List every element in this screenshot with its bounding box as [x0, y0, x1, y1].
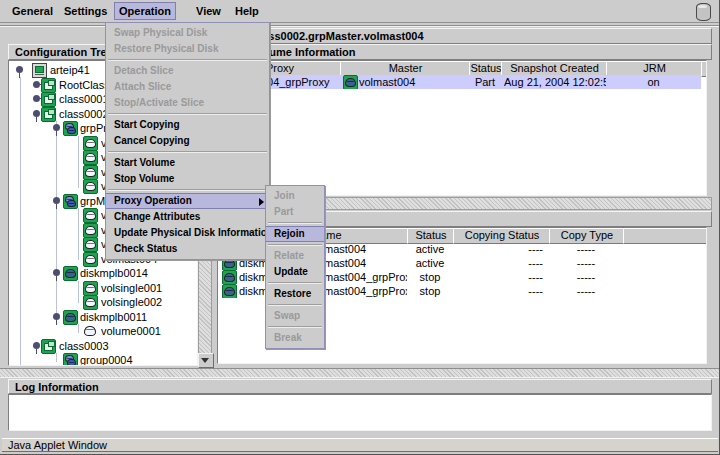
- cylinder-icon: [85, 153, 96, 162]
- collapse-handle-icon[interactable]: [33, 110, 40, 117]
- volume-icon: [83, 165, 98, 180]
- tree-node-diskmplb0014[interactable]: diskmplb0014: [9, 266, 197, 280]
- volume-icon: [83, 150, 98, 165]
- cylinder-icon: [85, 255, 96, 264]
- collapse-handle-icon[interactable]: [53, 269, 60, 276]
- scroll-down-button[interactable]: [198, 353, 214, 368]
- submenu-item-break[interactable]: Break: [266, 330, 324, 346]
- menu-item-stop-volume[interactable]: Stop Volume: [106, 171, 269, 187]
- collapse-handle-icon[interactable]: [16, 66, 23, 73]
- class-icon: [41, 78, 56, 93]
- submenu-item-update[interactable]: Update: [266, 264, 324, 280]
- volume-icon: [83, 237, 98, 252]
- log-information-title: Log Information: [15, 381, 99, 393]
- menu-item-attach-slice[interactable]: Attach Slice: [106, 79, 269, 95]
- selected-object-path: class0002.grpMaster.volmast004: [253, 30, 424, 42]
- cell-copying-status: ----: [453, 270, 543, 284]
- menu-settings[interactable]: Settings: [60, 3, 111, 19]
- tree-node-volsingle002[interactable]: volsingle002: [9, 295, 197, 309]
- menu-item-update-physical-disk-information[interactable]: Update Physical Disk Information: [106, 225, 269, 241]
- class-icon: [41, 107, 56, 122]
- operation-menu-popup: Swap Physical DiskRestore Physical DiskD…: [105, 22, 270, 260]
- cylinder-icon: [85, 182, 96, 191]
- submenu-item-part[interactable]: Part: [266, 204, 324, 220]
- tree-node-class0003[interactable]: class0003: [9, 339, 197, 353]
- tree-node-label: diskmplb0011: [80, 310, 147, 324]
- class-icon: [41, 92, 56, 107]
- group-icon: [63, 194, 78, 209]
- group-icon: [63, 353, 78, 366]
- host-icon: [32, 63, 47, 78]
- menu-view[interactable]: View: [192, 3, 225, 19]
- menu-item-check-status[interactable]: Check Status: [106, 241, 269, 257]
- menu-item-proxy-operation[interactable]: Proxy Operation: [106, 193, 269, 209]
- submenu-item-relate[interactable]: Relate: [266, 248, 324, 264]
- cell-master-label: volmast004: [359, 75, 415, 89]
- expand-handle-icon[interactable]: [33, 95, 40, 102]
- cell-copying-status: ----: [453, 242, 543, 256]
- cell-copying-status: ----: [453, 256, 543, 270]
- menu-general[interactable]: General: [8, 3, 57, 19]
- menu-item-swap-physical-disk[interactable]: Swap Physical Disk: [106, 25, 269, 41]
- class-icon: [41, 339, 56, 354]
- cylinder-icon: [85, 298, 96, 307]
- cell-status: stop: [407, 284, 453, 298]
- cell-status: active: [407, 256, 453, 270]
- collapse-handle-icon[interactable]: [33, 342, 40, 349]
- disk-cylinder-icon: [696, 3, 711, 21]
- expand-handle-icon[interactable]: [33, 81, 40, 88]
- menu-item-stop-activate-slice[interactable]: Stop/Activate Slice: [106, 95, 269, 111]
- volume-icon: [83, 136, 98, 151]
- cylinder-icon: [85, 226, 96, 235]
- cylinder-icon: [224, 287, 235, 296]
- submenu-item-join[interactable]: Join: [266, 188, 324, 204]
- tree-node-label: volsingle001: [101, 281, 162, 295]
- menu-help[interactable]: Help: [231, 3, 263, 19]
- submenu-item-rejoin[interactable]: Rejoin: [266, 226, 324, 242]
- menu-item-start-copying[interactable]: Start Copying: [106, 117, 269, 133]
- collapse-handle-icon[interactable]: [53, 197, 60, 204]
- volume-icon: [83, 295, 98, 310]
- volume-icon: [83, 252, 98, 267]
- volume-icon: [83, 281, 98, 296]
- cylinder-icon: [224, 273, 235, 282]
- cell-copy-type: -----: [549, 242, 623, 256]
- volume-information-table[interactable]: ProxyMasterStatusSnapshot CreatedJRMvolm…: [217, 60, 707, 196]
- menu-item-cancel-copying[interactable]: Cancel Copying: [106, 133, 269, 149]
- tree-node-volume0001[interactable]: volume0001: [9, 324, 197, 338]
- tree-node-volsingle001[interactable]: volsingle001: [9, 281, 197, 295]
- cell-snapshot-created: Aug 21, 2004 12:02:5...: [504, 75, 606, 89]
- disk-icon: [63, 266, 78, 281]
- tree-node-label: arteip41: [50, 63, 90, 77]
- tree-node-label: class0002: [59, 107, 109, 121]
- menu-operation[interactable]: Operation: [114, 2, 176, 20]
- volume-table-row[interactable]: volmast004_grpProxyvolmast004PartAug 21,…: [218, 75, 701, 89]
- menu-item-change-attributes[interactable]: Change Attributes: [106, 209, 269, 225]
- cylinder-icon: [67, 359, 76, 366]
- cylinder-icon: [84, 326, 96, 336]
- tree-node-label: class0003: [59, 339, 109, 353]
- java-applet-window-label: Java Applet Window: [8, 439, 107, 451]
- menu-item-restore-physical-disk[interactable]: Restore Physical Disk: [106, 41, 269, 57]
- cylinder-icon: [345, 78, 356, 87]
- menu-item-start-volume[interactable]: Start Volume: [106, 155, 269, 171]
- split-divider[interactable]: [0, 368, 720, 378]
- disk-icon: [63, 310, 78, 325]
- submenu-item-swap[interactable]: Swap: [266, 308, 324, 324]
- cell-status: active: [407, 242, 453, 256]
- cylinder-icon: [65, 313, 76, 322]
- tree-node-label: diskmplb0014: [80, 266, 148, 280]
- tree-node-diskmplb0011[interactable]: diskmplb0011: [9, 310, 197, 324]
- proxy-operation-submenu: JoinPartRejoinRelateUpdateRestoreSwapBre…: [265, 185, 325, 349]
- group-icon: [63, 121, 78, 136]
- collapse-handle-icon[interactable]: [53, 124, 60, 131]
- submenu-item-restore[interactable]: Restore: [266, 286, 324, 302]
- collapse-handle-icon[interactable]: [53, 313, 60, 320]
- volume-icon: [83, 179, 98, 194]
- arrow-down-icon: [201, 358, 209, 363]
- cell-copy-type: -----: [549, 256, 623, 270]
- menu-item-detach-slice[interactable]: Detach Slice: [106, 63, 269, 79]
- log-information-area: [8, 394, 712, 431]
- tree-node-group0004[interactable]: group0004: [9, 353, 197, 366]
- cell-status: stop: [407, 270, 453, 284]
